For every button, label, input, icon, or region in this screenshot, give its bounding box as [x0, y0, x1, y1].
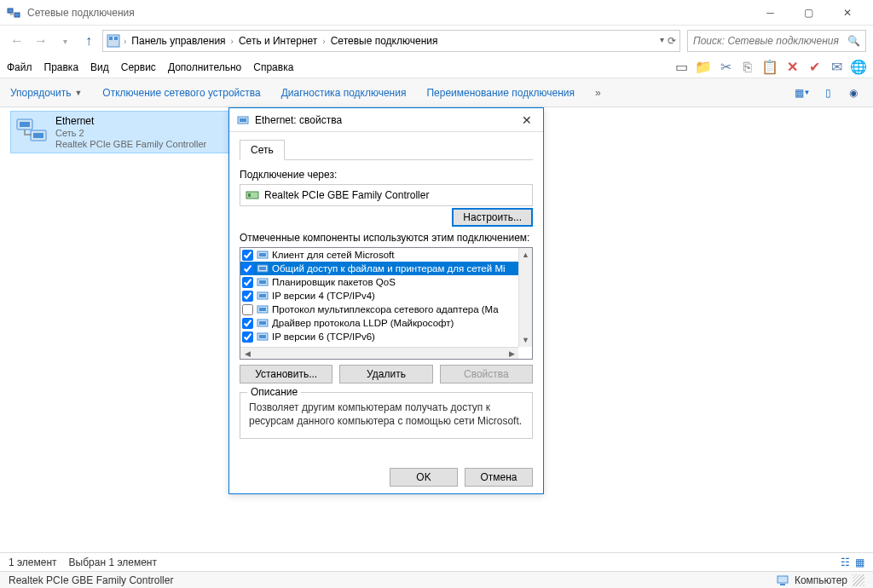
component-icon	[257, 276, 269, 288]
search-box[interactable]: 🔍	[687, 30, 866, 52]
dialog-close-button[interactable]: ✕	[517, 113, 536, 127]
search-icon[interactable]: 🔍	[847, 35, 860, 47]
component-label: Клиент для сетей Microsoft	[272, 250, 394, 260]
components-list[interactable]: Клиент для сетей MicrosoftОбщий доступ к…	[240, 248, 518, 347]
globe-icon[interactable]: 🌐	[851, 60, 866, 75]
close-window-button[interactable]: ✕	[828, 0, 866, 26]
component-row[interactable]: Протокол мультиплексора сетевого адаптер…	[240, 303, 518, 316]
menu-file[interactable]: Файл	[7, 61, 32, 73]
dialog-title: Ethernet: свойства	[255, 114, 517, 126]
component-row[interactable]: IP версии 6 (TCP/IPv6)	[240, 330, 518, 343]
breadcrumb-control-panel[interactable]: Панель управления	[130, 33, 227, 49]
component-checkbox[interactable]	[242, 331, 253, 343]
svg-rect-12	[248, 193, 251, 197]
component-icon	[257, 303, 269, 315]
mail-icon[interactable]: ✉	[829, 60, 844, 75]
address-bar-row: ← → ▾ ↑ › Панель управления › Сеть и Инт…	[0, 26, 873, 56]
scroll-right-icon[interactable]: ▶	[505, 348, 518, 359]
status-controller-name: Realtek PCIe GBE Family Controller	[9, 574, 173, 586]
scissors-icon[interactable]: ✂	[718, 60, 733, 75]
menu-extra[interactable]: Дополнительно	[168, 61, 241, 73]
svg-rect-14	[259, 253, 266, 257]
component-row[interactable]: Драйвер протокола LLDP (Майкрософт)	[240, 316, 518, 330]
component-checkbox[interactable]	[242, 277, 253, 288]
command-bar: Упорядочить ▼ Отключение сетевого устрой…	[0, 78, 873, 107]
component-row[interactable]: IP версии 4 (TCP/IPv4)	[240, 289, 518, 303]
scroll-left-icon[interactable]: ◀	[240, 348, 254, 359]
configure-button[interactable]: Настроить...	[452, 208, 533, 227]
network-item-text: Ethernet Сеть 2 Realtek PCIe GBE Family …	[55, 115, 206, 149]
breadcrumb-network-connections[interactable]: Сетевые подключения	[329, 33, 440, 49]
component-row[interactable]: Общий доступ к файлам и принтерам для се…	[240, 262, 518, 275]
component-row[interactable]: Планировщик пакетов QoS	[240, 275, 518, 289]
paste-icon[interactable]: 📋	[762, 60, 778, 75]
up-button[interactable]: ↑	[78, 31, 99, 51]
scroll-down-icon[interactable]: ▼	[519, 333, 532, 347]
menu-view[interactable]: Вид	[90, 61, 109, 73]
cmd-rename[interactable]: Переименование подключения	[426, 87, 575, 99]
computer-icon	[776, 574, 789, 587]
cancel-button[interactable]: Отмена	[465, 468, 533, 487]
cmd-organize[interactable]: Упорядочить ▼	[10, 87, 82, 99]
menu-help[interactable]: Справка	[253, 61, 293, 73]
view-large-icons-icon[interactable]: ▦	[855, 556, 864, 568]
svg-rect-3	[109, 37, 113, 40]
hscroll-track[interactable]	[254, 348, 505, 359]
view-details-icon[interactable]: ☷	[841, 556, 850, 568]
scroll-up-icon[interactable]: ▲	[519, 248, 532, 262]
refresh-icon[interactable]: ⟳	[668, 35, 676, 47]
breadcrumb-sep-icon: ›	[322, 37, 325, 46]
svg-rect-26	[259, 335, 266, 338]
cmd-diagnose[interactable]: Диагностика подключения	[281, 87, 407, 99]
dialog-title-bar[interactable]: Ethernet: свойства ✕	[229, 108, 543, 132]
install-button[interactable]: Установить...	[240, 365, 332, 383]
vertical-scrollbar[interactable]: ▲ ▼	[518, 248, 532, 347]
preview-pane-button[interactable]: ▯	[818, 85, 837, 101]
status-bar-2: Realtek PCIe GBE Family Controller Компь…	[0, 571, 873, 588]
component-checkbox[interactable]	[242, 304, 253, 315]
view-icons-button[interactable]: ▦▼	[793, 85, 812, 101]
cmd-overflow[interactable]: »	[595, 87, 601, 99]
svg-rect-24	[259, 321, 266, 325]
svg-rect-10	[240, 118, 246, 122]
search-input[interactable]	[693, 35, 847, 47]
resize-grip-icon[interactable]	[853, 574, 864, 586]
tab-network[interactable]: Сеть	[240, 140, 285, 160]
check-icon[interactable]: ✔	[807, 60, 822, 75]
copy-icon[interactable]: ⎘	[740, 60, 755, 75]
status-item-count: 1 элемент	[9, 556, 57, 568]
recent-locations-button[interactable]: ▾	[55, 31, 75, 51]
scroll-track[interactable]	[519, 262, 532, 333]
delete-icon[interactable]: ✕	[784, 60, 800, 75]
folder-icon[interactable]: 📁	[696, 60, 711, 75]
breadcrumb[interactable]: › Панель управления › Сеть и Интернет › …	[102, 30, 680, 52]
tab-strip: Сеть	[240, 139, 533, 160]
network-name: Ethernet	[55, 115, 206, 127]
component-checkbox[interactable]	[242, 263, 253, 274]
network-connections-icon	[7, 6, 20, 20]
maximize-button[interactable]: ▢	[789, 0, 828, 26]
menu-service[interactable]: Сервис	[121, 61, 156, 73]
horizontal-scrollbar[interactable]: ◀ ▶	[240, 347, 518, 359]
svg-rect-22	[259, 308, 266, 311]
component-icon	[257, 290, 269, 302]
main-content: Ethernet Сеть 2 Realtek PCIe GBE Family …	[0, 107, 873, 559]
rectangle-icon[interactable]: ▭	[674, 60, 689, 75]
dropdown-icon[interactable]: ▾	[660, 35, 664, 47]
component-checkbox[interactable]	[242, 318, 253, 329]
adapter-icon	[236, 113, 250, 127]
network-connection-item[interactable]: Ethernet Сеть 2 Realtek PCIe GBE Family …	[10, 111, 232, 153]
component-checkbox[interactable]	[242, 291, 253, 302]
forward-button[interactable]: →	[31, 31, 51, 51]
breadcrumb-network-internet[interactable]: Сеть и Интернет	[237, 33, 319, 49]
menu-edit[interactable]: Правка	[44, 61, 79, 73]
minimize-button[interactable]: ─	[751, 0, 789, 26]
component-icon	[257, 262, 269, 274]
help-button[interactable]: ◉	[844, 85, 863, 101]
component-row[interactable]: Клиент для сетей Microsoft	[240, 248, 518, 262]
cmd-disable-device[interactable]: Отключение сетевого устройства	[102, 87, 260, 99]
ok-button[interactable]: OK	[390, 468, 458, 487]
component-checkbox[interactable]	[242, 250, 253, 261]
back-button[interactable]: ←	[7, 31, 27, 51]
remove-button[interactable]: Удалить	[339, 365, 432, 383]
